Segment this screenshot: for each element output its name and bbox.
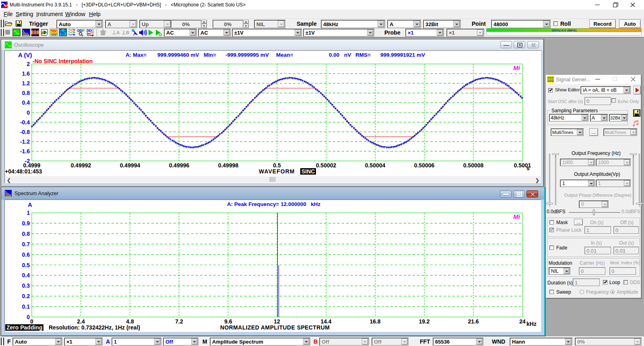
- svg-text:888: 888: [31, 30, 39, 36]
- svg-text:C: C: [91, 29, 94, 33]
- svg-text:Mi: Mi: [513, 213, 520, 220]
- svg-text:000: 000: [61, 33, 65, 36]
- svg-text:P: P: [82, 29, 85, 33]
- svg-text:Mi: Mi: [513, 64, 520, 71]
